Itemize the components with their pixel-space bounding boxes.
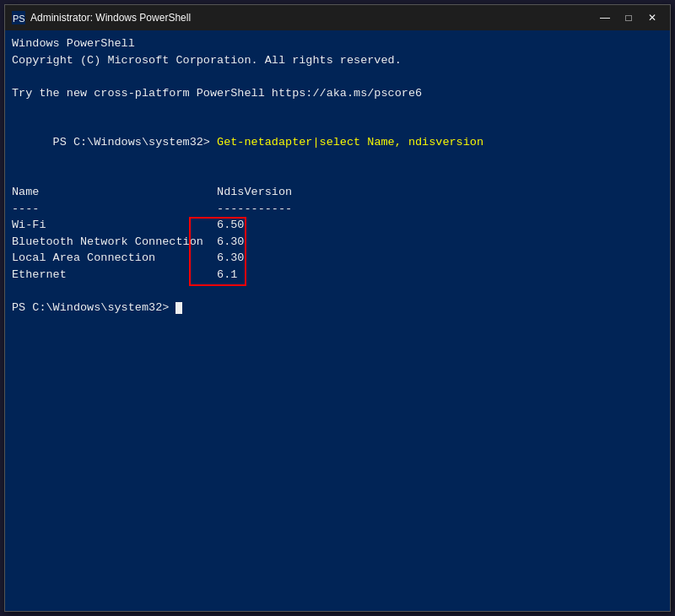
prompt-text: PS C:\Windows\system32>: [53, 136, 217, 149]
maximize-button[interactable]: □: [618, 9, 640, 26]
close-button[interactable]: ✕: [641, 9, 663, 26]
title-bar: PS Administrator: Windows PowerShell — □…: [5, 5, 670, 30]
header-line: Name NdisVersion: [12, 184, 663, 201]
local-area-line: Local Area Connection 6.30: [12, 250, 663, 267]
blank3-line: [12, 168, 663, 185]
prompt2-line: PS C:\Windows\system32>: [12, 300, 663, 316]
blank2-line: [12, 101, 663, 118]
crossplatform-line: Try the new cross-platform PowerShell ht…: [12, 85, 663, 102]
command-line: PS C:\Windows\system32> Get-netadapter|s…: [12, 118, 663, 168]
title-bar-text: Administrator: Windows PowerShell: [30, 12, 594, 24]
minimize-button[interactable]: —: [594, 9, 616, 26]
window-controls: — □ ✕: [594, 9, 663, 26]
command-text: Get-netadapter|select Name, ndisversion: [217, 136, 483, 149]
ethernet-line: Ethernet 6.1: [12, 267, 663, 284]
copyright-line: Copyright (C) Microsoft Corporation. All…: [12, 52, 663, 69]
wifi-line: Wi-Fi 6.50: [12, 217, 663, 234]
results-container: Wi-Fi 6.50 Bluetooth Network Connection …: [12, 217, 663, 283]
powershell-window: PS Administrator: Windows PowerShell — □…: [4, 4, 671, 612]
powershell-icon: PS: [12, 11, 25, 24]
divider-line: ---- -----------: [12, 201, 663, 218]
console-area[interactable]: Windows PowerShell Copyright (C) Microso…: [5, 30, 670, 611]
svg-text:PS: PS: [13, 14, 25, 24]
brand-line: Windows PowerShell: [12, 35, 663, 52]
blank1-line: [12, 68, 663, 85]
cursor: [176, 302, 182, 314]
blank4-line: [12, 283, 663, 300]
bluetooth-line: Bluetooth Network Connection 6.30: [12, 234, 663, 251]
